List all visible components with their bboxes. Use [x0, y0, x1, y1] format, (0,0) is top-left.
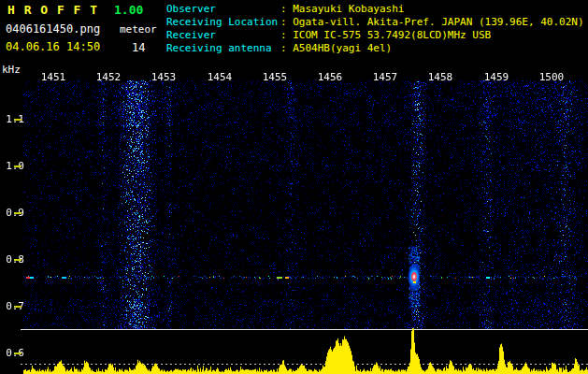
- info-label: Observer: [166, 3, 280, 15]
- echo-count: 14: [132, 41, 145, 54]
- info-label: Receiver: [166, 29, 280, 41]
- info-value: : Masayuki Kobayashi: [280, 3, 404, 15]
- app-version: 1.00: [114, 3, 143, 17]
- y-tick-mark: [14, 306, 22, 308]
- app-title: H R O F F T: [7, 3, 98, 17]
- info-value: : Ogata-vill. Akita-Pref. JAPAN (139.96E…: [280, 16, 584, 28]
- y-tick-mark: [14, 212, 22, 214]
- x-tick-label: 1453: [151, 71, 177, 83]
- spectrogram-canvas: [21, 80, 588, 374]
- x-tick-label: 1457: [373, 71, 398, 83]
- y-tick-mark: [14, 119, 22, 121]
- x-tick-label: 1454: [208, 71, 233, 83]
- x-tick-label: 1459: [484, 71, 509, 83]
- info-row: Observer: Masayuki Kobayashi: [166, 3, 404, 15]
- output-filename: 0406161450.png: [6, 22, 100, 36]
- info-row: Receiving antenna: A504HB(yagi 4el): [166, 42, 392, 54]
- x-tick-label: 1500: [539, 71, 565, 83]
- info-value: : A504HB(yagi 4el): [280, 42, 392, 54]
- x-tick-label: 1451: [41, 71, 66, 83]
- x-tick-label: 1456: [318, 71, 343, 83]
- x-tick-label: 1455: [263, 71, 288, 83]
- y-tick-mark: [14, 165, 22, 167]
- y-tick-mark: [14, 259, 22, 261]
- info-row: Receiving Location: Ogata-vill. Akita-Pr…: [166, 16, 584, 28]
- info-row: Receiver: ICOM IC-575 53.7492(8LCD)MHz U…: [166, 29, 491, 41]
- x-tick-label: 1458: [428, 71, 453, 83]
- info-label: Receiving Location: [166, 16, 280, 28]
- x-tick-label: 1452: [96, 71, 122, 83]
- hrofft-window: H R O F F T 1.00 0406161450.png meteor 0…: [0, 0, 588, 374]
- mode-label: meteor: [120, 23, 157, 36]
- info-label: Receiving antenna: [166, 42, 280, 54]
- y-axis-unit: kHz: [2, 64, 21, 76]
- y-tick-mark: [14, 352, 22, 354]
- datetime-label: 04.06.16 14:50: [6, 40, 100, 53]
- info-value: : ICOM IC-575 53.7492(8LCD)MHz USB: [280, 29, 491, 41]
